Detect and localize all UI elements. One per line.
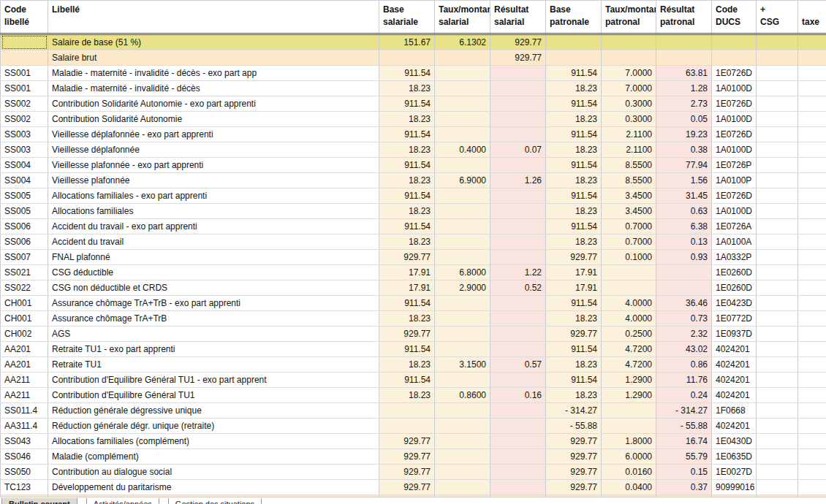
cell-code[interactable]: SS043 [1, 434, 48, 449]
cell-taux_pat[interactable]: 3.4500 [602, 188, 656, 204]
bottom-tab-1[interactable]: Bulletin courant [1, 498, 77, 504]
cell-ducs[interactable]: 1E0726D [712, 66, 757, 81]
cell-csg[interactable] [757, 158, 798, 173]
cell-res_sal[interactable] [490, 480, 546, 495]
cell-base_sal[interactable]: 929.77 [379, 465, 435, 480]
cell-ducs[interactable]: 4024201 [712, 357, 757, 373]
cell-ducs[interactable]: 1E0423D [712, 296, 757, 311]
cell-res_sal[interactable] [490, 158, 546, 173]
cell-base_sal[interactable]: 18.23 [379, 81, 435, 96]
cell-base_sal[interactable] [379, 403, 435, 419]
cell-csg[interactable] [757, 81, 798, 96]
cell-ducs[interactable]: 1E0726P [712, 158, 757, 173]
column-header-taxe[interactable]: taxe [798, 1, 826, 34]
cell-res_sal[interactable] [490, 127, 546, 142]
cell-csg[interactable] [757, 142, 798, 158]
cell-taux_pat[interactable]: 1.8000 [602, 434, 656, 449]
cell-taxe[interactable] [798, 327, 826, 342]
cell-libelle[interactable]: CSG non déductible et CRDS [48, 280, 379, 296]
cell-taux_sal[interactable] [435, 419, 490, 434]
cell-libelle[interactable]: Salaire de base (51 %) [48, 34, 379, 50]
cell-code[interactable]: SS004 [1, 158, 48, 173]
cell-res_sal[interactable]: 929.77 [490, 34, 546, 50]
cell-taxe[interactable] [798, 388, 826, 403]
cell-ducs[interactable]: 1E0726D [712, 188, 757, 204]
cell-libelle[interactable]: Vieillesse plafonnée - exo part apprenti [48, 158, 379, 173]
cell-libelle[interactable]: CSG déductible [48, 265, 379, 280]
cell-res_sal[interactable] [490, 96, 546, 112]
cell-base_sal[interactable]: 929.77 [379, 434, 435, 449]
cell-ducs[interactable]: 1E0726D [712, 96, 757, 112]
cell-taux_sal[interactable]: 0.8600 [435, 388, 490, 403]
cell-res_sal[interactable] [490, 112, 546, 127]
cell-code[interactable]: SS021 [1, 265, 48, 280]
cell-base_sal[interactable]: 18.23 [379, 173, 435, 188]
cell-code[interactable]: SS004 [1, 173, 48, 188]
cell-libelle[interactable]: Maladie - maternité - invalidité - décès… [48, 66, 379, 81]
cell-res_pat[interactable]: 0.37 [656, 480, 712, 495]
cell-taux_sal[interactable]: 3.1500 [435, 357, 490, 373]
cell-taxe[interactable] [798, 142, 826, 158]
cell-taux_sal[interactable]: 6.9000 [435, 173, 490, 188]
cell-ducs[interactable]: 1A0332P [712, 250, 757, 265]
cell-base_sal[interactable]: 911.54 [379, 296, 435, 311]
cell-base_sal[interactable]: 911.54 [379, 373, 435, 388]
cell-taux_sal[interactable]: 6.8000 [435, 265, 490, 280]
column-header-taux_sal[interactable]: Taux/montantsalarial [435, 1, 490, 34]
cell-ducs[interactable]: 4024201 [712, 419, 757, 434]
cell-libelle[interactable]: Vieillesse déplafonnée - exo part appren… [48, 127, 379, 142]
cell-code[interactable]: SS003 [1, 127, 48, 142]
cell-base_pat[interactable]: 17.91 [546, 280, 602, 296]
cell-base_sal[interactable]: 929.77 [379, 449, 435, 465]
cell-res_pat[interactable]: 0.38 [656, 142, 712, 158]
cell-csg[interactable] [757, 50, 798, 66]
cell-taux_sal[interactable] [435, 127, 490, 142]
cell-ducs[interactable]: 1E0430D [712, 434, 757, 449]
cell-taux_pat[interactable]: 0.7000 [602, 234, 656, 250]
cell-base_pat[interactable]: - 55.88 [546, 419, 602, 434]
cell-taux_pat[interactable]: 2.1100 [602, 142, 656, 158]
cell-base_sal[interactable]: 18.23 [379, 311, 435, 327]
cell-ducs[interactable]: 1A0100A [712, 234, 757, 250]
cell-base_sal[interactable]: 929.77 [379, 327, 435, 342]
cell-res_pat[interactable] [656, 34, 712, 50]
cell-csg[interactable] [757, 66, 798, 81]
cell-taux_sal[interactable] [435, 434, 490, 449]
bottom-tab-3[interactable]: Gestion des situations [168, 498, 262, 504]
cell-code[interactable]: SS005 [1, 188, 48, 204]
cell-res_pat[interactable]: - 314.27 [656, 403, 712, 419]
cell-taxe[interactable] [798, 127, 826, 142]
cell-csg[interactable] [757, 403, 798, 419]
cell-taxe[interactable] [798, 373, 826, 388]
cell-res_pat[interactable]: 0.05 [656, 112, 712, 127]
cell-base_sal[interactable]: 18.23 [379, 357, 435, 373]
cell-csg[interactable] [757, 204, 798, 219]
cell-libelle[interactable]: Développement du paritarisme [48, 480, 379, 495]
cell-ducs[interactable]: 1E0772D [712, 311, 757, 327]
cell-code[interactable]: SS001 [1, 66, 48, 81]
cell-ducs[interactable]: 90999016 [712, 480, 757, 495]
cell-res_pat[interactable]: 6.38 [656, 219, 712, 234]
cell-taux_pat[interactable]: 8.5500 [602, 173, 656, 188]
cell-res_pat[interactable]: 16.74 [656, 434, 712, 449]
cell-res_sal[interactable] [490, 311, 546, 327]
cell-libelle[interactable]: Contribution au dialogue social [48, 465, 379, 480]
cell-base_pat[interactable]: 929.77 [546, 434, 602, 449]
cell-taux_pat[interactable] [602, 34, 656, 50]
cell-base_pat[interactable]: 18.23 [546, 81, 602, 96]
cell-res_pat[interactable]: 0.24 [656, 388, 712, 403]
cell-res_sal[interactable] [490, 434, 546, 449]
cell-code[interactable]: SS006 [1, 219, 48, 234]
cell-libelle[interactable]: Retraite TU1 [48, 357, 379, 373]
cell-taux_sal[interactable] [435, 66, 490, 81]
cell-taxe[interactable] [798, 465, 826, 480]
cell-taxe[interactable] [798, 480, 826, 495]
cell-csg[interactable] [757, 373, 798, 388]
cell-ducs[interactable]: 4024201 [712, 342, 757, 357]
cell-ducs[interactable] [712, 34, 757, 50]
cell-csg[interactable] [757, 265, 798, 280]
cell-code[interactable]: TC123 [1, 480, 48, 495]
cell-libelle[interactable]: FNAL plafonné [48, 250, 379, 265]
cell-base_pat[interactable]: 911.54 [546, 296, 602, 311]
cell-taux_sal[interactable] [435, 342, 490, 357]
